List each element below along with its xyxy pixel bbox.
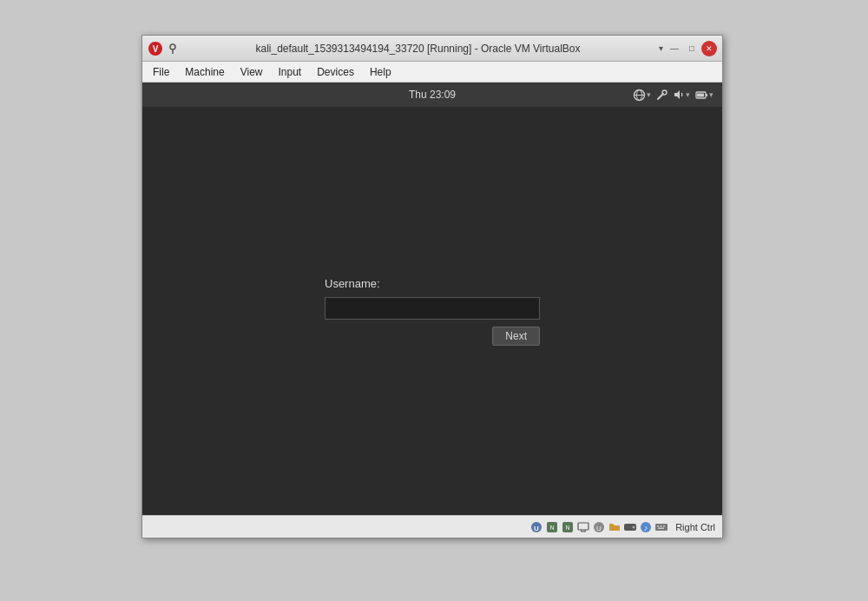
svg-text:N: N [566, 525, 570, 531]
svg-text:U: U [534, 525, 539, 532]
svg-point-2 [170, 44, 175, 50]
svg-text:V: V [153, 44, 159, 54]
virtualbox-window: V kali_default_1539313494194_33720 [Runn… [141, 35, 723, 538]
right-ctrl-label: Right Ctrl [675, 522, 715, 532]
status-bar: U N N [142, 515, 722, 538]
svg-rect-33 [658, 527, 664, 529]
usb-icon: U [529, 521, 543, 533]
speaker-icon [673, 89, 685, 101]
svg-rect-31 [661, 525, 662, 527]
usb-icon-2: U [592, 521, 606, 533]
maximize-button[interactable]: □ [684, 41, 700, 56]
svg-rect-32 [663, 525, 665, 527]
wrench-icon [656, 89, 667, 101]
display-icon [576, 521, 590, 533]
hdd-icon [623, 521, 637, 533]
login-form: Username: Next [325, 277, 540, 346]
menu-file[interactable]: File [146, 64, 176, 80]
svg-rect-29 [655, 524, 667, 531]
menu-help[interactable]: Help [363, 64, 398, 80]
menu-devices[interactable]: Devices [310, 64, 361, 80]
svg-text:N: N [550, 525, 555, 531]
audio-status-icon: ♪ [639, 521, 653, 533]
svg-line-7 [658, 94, 663, 99]
virtualbox-icon: V [148, 41, 163, 56]
power-icon-group[interactable]: ▾ [695, 89, 713, 101]
network-icon-group[interactable]: ▾ [633, 89, 651, 102]
username-input[interactable] [325, 297, 540, 320]
close-button[interactable]: ✕ [701, 41, 717, 56]
power-dropdown-arrow: ▾ [709, 90, 713, 99]
svg-point-8 [662, 90, 667, 95]
minimize-button[interactable]: — [667, 41, 682, 56]
svg-rect-30 [657, 525, 659, 527]
network-dropdown-arrow: ▾ [647, 90, 651, 99]
audio-icon-group[interactable]: ▾ [673, 89, 690, 101]
next-button-row: Next [325, 327, 540, 346]
pin-icon [167, 43, 179, 55]
audio-dropdown-arrow: ▾ [686, 90, 690, 99]
svg-point-26 [633, 525, 635, 528]
vm-clock: Thu 23:09 [409, 89, 456, 101]
keyboard-icon [654, 521, 668, 533]
next-button[interactable]: Next [492, 327, 540, 346]
menu-view[interactable]: View [233, 64, 270, 80]
status-icons: U N N [529, 521, 668, 533]
battery-icon [695, 89, 708, 101]
menu-bar: File Machine View Input Devices Help [142, 62, 722, 83]
vm-screen: Username: Next [142, 107, 722, 515]
svg-rect-12 [697, 93, 704, 96]
window-controls: ▾ — □ ✕ [657, 41, 717, 56]
network-status-icon-1: N [545, 521, 559, 533]
chevron-down-button[interactable]: ▾ [657, 43, 665, 53]
vm-area: Thu 23:09 ▾ [142, 83, 722, 515]
svg-rect-11 [706, 94, 707, 96]
username-label: Username: [325, 277, 380, 290]
settings-icon-group[interactable] [656, 89, 667, 101]
menu-machine[interactable]: Machine [178, 64, 231, 80]
network-status-icon-2: N [561, 521, 575, 533]
vm-top-bar: Thu 23:09 ▾ [142, 83, 722, 107]
svg-text:U: U [596, 525, 602, 532]
shared-folders-icon [608, 521, 621, 533]
svg-rect-19 [578, 523, 589, 530]
title-bar: V kali_default_1539313494194_33720 [Runn… [142, 36, 722, 62]
window-title: kali_default_1539313494194_33720 [Runnin… [182, 43, 654, 55]
menu-input[interactable]: Input [272, 64, 309, 80]
svg-marker-9 [674, 90, 680, 99]
globe-icon [633, 89, 646, 102]
svg-text:♪: ♪ [644, 524, 648, 532]
vm-top-bar-icons: ▾ ▾ [633, 89, 713, 102]
